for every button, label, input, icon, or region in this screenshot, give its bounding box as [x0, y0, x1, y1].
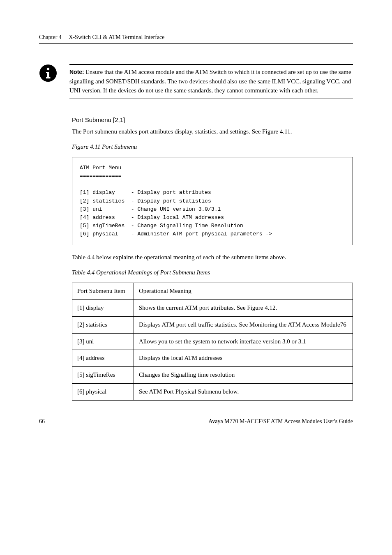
table-cell: Changes the Signalling time resolution: [134, 367, 353, 384]
note-section: Note: Ensure that the ATM access module …: [39, 64, 353, 99]
code-block: ATM Port Menu ============= [1] display …: [72, 157, 353, 245]
table-row: [6] physical See ATM Port Physical Subme…: [72, 383, 353, 400]
table-header-row: Port Submenu Item Operational Meaning: [72, 283, 353, 300]
header-divider: [39, 43, 353, 44]
table-header-cell: Operational Meaning: [134, 283, 353, 300]
table-row: [5] sigTimeRes Changes the Signalling ti…: [72, 367, 353, 384]
submenu-table: Port Submenu Item Operational Meaning [1…: [72, 283, 353, 400]
table-row: [4] address Displays the local ATM addre…: [72, 350, 353, 367]
table-cell: Displays the local ATM addresses: [134, 350, 353, 367]
table-row: [1] display Shows the current ATM port a…: [72, 300, 353, 317]
page-number: 66: [39, 417, 51, 426]
note-top-rule: [69, 64, 353, 65]
note-bottom-rule: [69, 99, 353, 99]
table-row: [3] uni Allows you to set the system to …: [72, 333, 353, 350]
table-cell: [3] uni: [72, 333, 134, 350]
table-cell: [5] sigTimeRes: [72, 367, 134, 384]
table-cell: Shows the current ATM port attributes. S…: [134, 300, 353, 317]
note-content: Note: Ensure that the ATM access module …: [69, 64, 353, 99]
footer-text: Avaya M770 M-ACCF/SF ATM Access Modules …: [51, 417, 353, 426]
table-caption: Table 4.4 Operational Meanings of Port S…: [72, 268, 353, 277]
note-paragraph: Note: Ensure that the ATM access module …: [69, 67, 353, 95]
table-header-cell: Port Submenu Item: [72, 283, 134, 300]
chapter-label: Chapter 4: [39, 34, 62, 40]
figure-caption: Figure 4.11 Port Submenu: [72, 142, 353, 152]
table-row: [2] statistics Displays ATM port cell tr…: [72, 316, 353, 333]
table-cell: [6] physical: [72, 383, 134, 400]
table-cell: Displays ATM port cell traffic statistic…: [134, 316, 353, 333]
table-cell: See ATM Port Physical Submenu below.: [134, 383, 353, 400]
table-cell: [4] address: [72, 350, 134, 367]
table-cell: [2] statistics: [72, 316, 134, 333]
chapter-title: X-Switch CLI & ATM Terminal Interface: [69, 34, 164, 40]
subsection-intro: The Port submenu enables port attributes…: [72, 127, 353, 136]
page-footer: 66 Avaya M770 M-ACCF/SF ATM Access Modul…: [39, 417, 353, 426]
table-cell: Allows you to set the system to network …: [134, 333, 353, 350]
subsection-title: Port Submenu [2,1]: [72, 115, 353, 125]
table-cell: [1] display: [72, 300, 134, 317]
table-intro: Table 4.4 below explains the operational…: [72, 253, 353, 262]
note-label: Note:: [69, 69, 84, 75]
info-icon: [39, 64, 57, 85]
svg-point-1: [47, 68, 49, 70]
note-body: Ensure that the ATM access module and th…: [69, 69, 351, 94]
page-header: Chapter 4 X-Switch CLI & ATM Terminal In…: [39, 33, 353, 41]
